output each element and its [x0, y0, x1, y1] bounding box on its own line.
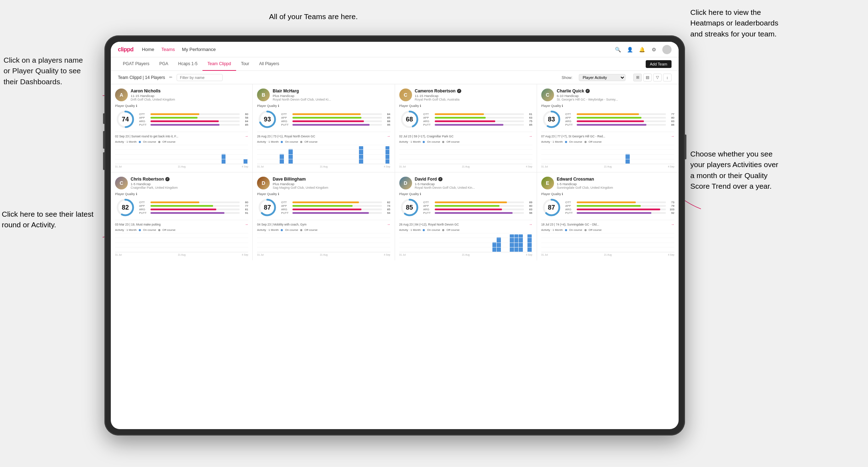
filter-input[interactable] [177, 74, 223, 81]
activity-section: Activity · 1 Month On course Off course … [541, 140, 674, 168]
arrow-right-icon: → [245, 134, 248, 138]
player-name[interactable]: Aaron Nicholls [131, 89, 248, 93]
player-avatar: C [399, 89, 412, 101]
latest-round[interactable]: 04 Sep 23 | Mobility with coach, Gym → [257, 220, 390, 226]
quality-section[interactable]: 74 OTT 60 APP 58 ARG 84 [115, 109, 248, 130]
settings-icon[interactable]: ⚙ [650, 46, 657, 53]
nav-link-my-performance[interactable]: My Performance [182, 47, 216, 52]
player-card[interactable]: C Charlie Quick ✓ 6-10 Handicap St. Geor… [537, 84, 679, 172]
player-name[interactable]: Edward Crossman [557, 177, 674, 182]
latest-round[interactable]: 18 Jul 23 | 74 (+4), Sunningdale GC - Ol… [541, 220, 674, 226]
tab-all-players[interactable]: All Players [254, 57, 284, 71]
verified-badge: ✓ [586, 89, 590, 93]
on-course-label: On course [285, 140, 298, 143]
activity-label: Activity · 1 Month [399, 228, 421, 232]
quality-section[interactable]: 93 OTT 84 APP 85 ARG 88 [257, 109, 390, 130]
player-name[interactable]: Chris Robertson ✓ [131, 177, 248, 182]
stat-arg: ARG 85 [281, 208, 390, 211]
activity-label: Activity · 1 Month [541, 228, 563, 232]
show-select[interactable]: Player Activity Quality Score Trend [579, 74, 626, 81]
activity-section: Activity · 1 Month On course Off course … [257, 140, 390, 168]
bell-icon[interactable]: 🔔 [638, 46, 645, 53]
tab-tour[interactable]: Tour [236, 57, 254, 71]
grid-view-icon[interactable]: ⊞ [633, 74, 642, 81]
latest-round[interactable]: 02 Jul 23 | 59 (+17), Craigmillar Park G… [399, 132, 532, 138]
quality-section[interactable]: 85 OTT 89 APP 80 ARG 83 [399, 197, 532, 218]
add-team-button[interactable]: Add Team [646, 60, 672, 68]
stats-grid: OTT 73 APP 79 ARG 103 PUTT 92 [565, 201, 674, 215]
nav-logo: clippd [118, 46, 133, 53]
search-icon[interactable]: 🔍 [614, 46, 621, 53]
quality-section[interactable]: 82 OTT 60 APP 77 ARG 81 [115, 197, 248, 218]
filter-view-icon[interactable]: ▽ [653, 74, 662, 81]
on-course-dot [139, 229, 141, 231]
player-card[interactable]: A Aaron Nicholls 11-15 Handicap Drift Go… [111, 84, 252, 172]
quality-score: 83 [548, 116, 555, 123]
player-card[interactable]: D David Ford ✓ 1-5 Handicap Royal North … [395, 172, 537, 260]
quality-circle[interactable]: 87 [257, 197, 278, 218]
verified-badge: ✓ [438, 177, 442, 181]
player-club: Royal Perth Golf Club, Australia [415, 98, 532, 101]
quality-circle[interactable]: 93 [257, 109, 278, 130]
chart-label-end: 4 Sep [526, 254, 532, 256]
on-course-label: On course [427, 140, 440, 143]
player-card[interactable]: B Blair McHarg Plus Handicap Royal North… [253, 84, 394, 172]
quality-circle[interactable]: 74 [115, 109, 136, 130]
latest-round-text: 02 Sep 23 | Sunset round to get back int… [115, 135, 228, 138]
player-card[interactable]: E Edward Crossman 1-5 Handicap Sunningda… [537, 172, 679, 260]
user-avatar[interactable] [662, 45, 672, 54]
player-name[interactable]: Blair McHarg [273, 89, 390, 93]
nav-link-teams[interactable]: Teams [161, 47, 175, 52]
quality-section[interactable]: 87 OTT 82 APP 74 ARG 85 [257, 197, 390, 218]
latest-round-text: 18 Jul 23 | 74 (+4), Sunningdale GC - Ol… [541, 223, 655, 226]
player-card[interactable]: D Dave Billingham Plus Handicap Sag Magi… [253, 172, 394, 260]
quality-section[interactable]: 83 OTT 77 APP 80 ARG 83 [541, 109, 674, 130]
quality-circle[interactable]: 82 [115, 197, 136, 218]
stat-app: APP 80 [423, 204, 532, 207]
player-card[interactable]: C Cameron Robertson ✓ 11-15 Handicap Roy… [395, 84, 537, 172]
quality-circle[interactable]: 85 [399, 197, 420, 218]
nav-link-home[interactable]: Home [142, 47, 154, 52]
player-name[interactable]: Cameron Robertson ✓ [415, 89, 532, 93]
stats-grid: OTT 84 APP 85 ARG 88 PUTT 95 [281, 113, 390, 126]
quality-label: Player Quality ℹ [399, 192, 532, 196]
ipad-screen: clippd Home Teams My Performance 🔍 👤 🔔 ⚙… [111, 42, 679, 429]
player-header: E Edward Crossman 1-5 Handicap Sunningda… [541, 177, 674, 189]
latest-round[interactable]: 26 Aug 23 | 73 (+1), Royal North Devon G… [257, 132, 390, 138]
top-nav: clippd Home Teams My Performance 🔍 👤 🔔 ⚙ [111, 42, 679, 57]
stat-ott: OTT 82 [281, 201, 390, 204]
quality-section[interactable]: 68 OTT 61 APP 63 ARG 75 [399, 109, 532, 130]
player-header: C Cameron Robertson ✓ 11-15 Handicap Roy… [399, 89, 532, 101]
chart-area [257, 145, 390, 164]
player-name[interactable]: David Ford ✓ [415, 177, 532, 182]
list-view-icon[interactable]: ▤ [643, 74, 652, 81]
player-handicap: 11-15 Handicap [131, 94, 248, 98]
quality-circle[interactable]: 87 [541, 197, 562, 218]
latest-round[interactable]: 02 Sep 23 | Sunset round to get back int… [115, 132, 248, 138]
quality-circle[interactable]: 68 [399, 109, 420, 130]
latest-round[interactable]: 03 Mar 23 | 19, Must make putting → [115, 220, 248, 226]
chart-label-end: 4 Sep [384, 165, 390, 168]
quality-score: 68 [406, 116, 413, 123]
player-name[interactable]: Dave Billingham [273, 177, 390, 182]
stat-app: APP 63 [423, 116, 532, 119]
tab-team-clippd[interactable]: Team Clippd [202, 57, 236, 71]
arrow-right-icon: → [671, 222, 674, 226]
stat-putt: PUTT 96 [423, 211, 532, 215]
quality-circle[interactable]: 83 [541, 109, 562, 130]
edit-icon[interactable]: ✏ [169, 75, 172, 80]
verified-badge: ✓ [457, 89, 461, 93]
tab-pga[interactable]: PGA [154, 57, 173, 71]
player-name[interactable]: Charlie Quick ✓ [557, 89, 674, 93]
quality-score: 74 [122, 116, 129, 123]
off-course-dot [584, 229, 587, 231]
quality-section[interactable]: 87 OTT 73 APP 79 ARG 103 [541, 197, 674, 218]
latest-round[interactable]: 26 Aug 23 | 84 (+12), Royal North Devon … [399, 220, 532, 226]
player-card[interactable]: C Chris Robertson ✓ 1-5 Handicap Craigmi… [111, 172, 252, 260]
latest-round[interactable]: 07 Aug 23 | 77 (+7), St George's Hill GC… [541, 132, 674, 138]
tab-pgat-players[interactable]: PGAT Players [118, 57, 154, 71]
sort-icon[interactable]: ↕ [663, 74, 672, 81]
nav-links: Home Teams My Performance [142, 47, 606, 52]
profile-icon[interactable]: 👤 [626, 46, 633, 53]
tab-hcaps[interactable]: Hcaps 1-5 [173, 57, 202, 71]
